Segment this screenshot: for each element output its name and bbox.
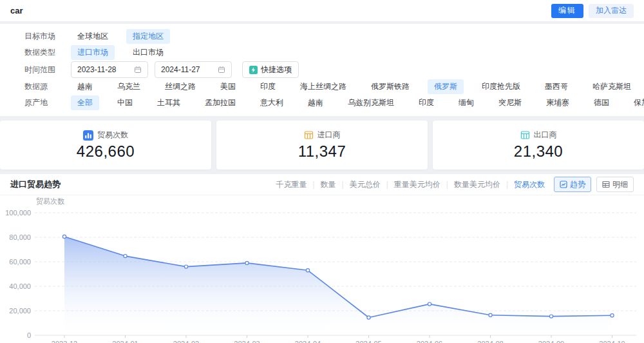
- data-point[interactable]: [367, 316, 370, 319]
- stat-value: 426,660: [77, 142, 135, 161]
- x-axis-tick: 2023-12: [52, 340, 77, 343]
- chart-header: 进口贸易趋势 千克重量|数量|美元总价|重量美元均价|数量美元均价|贸易次数 趋…: [0, 174, 644, 195]
- filter-option[interactable]: 墨西哥: [538, 79, 574, 94]
- edit-button[interactable]: 编辑: [551, 4, 583, 18]
- chart-tools: 千克重量|数量|美元总价|重量美元均价|数量美元均价|贸易次数 趋势 明细: [276, 177, 634, 192]
- filter-panel: 目标市场 全球地区指定地区 数据类型 进口市场出口市场 时间范围 2023-11…: [0, 24, 644, 116]
- stat-card-importers: 进口商 11,347: [216, 121, 428, 170]
- filter-option[interactable]: 乌兹别克斯坦: [341, 95, 401, 110]
- x-axis-tick: 2024-10: [599, 340, 625, 343]
- stat-card-trade-count: 贸易次数 426,660: [0, 121, 211, 170]
- filter-option[interactable]: 越南: [301, 95, 330, 110]
- filter-option[interactable]: 德国: [587, 95, 616, 110]
- filter-row-data-source: 数据源 越南乌克兰丝绸之路美国印度海上丝绸之路俄罗斯铁路俄罗斯印度抢先版墨西哥哈…: [0, 79, 644, 95]
- trend-view-label: 趋势: [570, 179, 585, 190]
- filter-option[interactable]: 丝绸之路: [158, 79, 202, 94]
- x-axis-tick: 2024-08: [477, 340, 503, 343]
- filter-option[interactable]: 印度抢先版: [475, 79, 527, 94]
- filter-label-data-source: 数据源: [24, 81, 62, 92]
- metric-separator: |: [386, 180, 388, 189]
- metric-option[interactable]: 重量美元均价: [394, 179, 440, 190]
- detail-view-label: 明细: [612, 179, 628, 190]
- filter-label-target-market: 目标市场: [24, 31, 62, 42]
- metric-option[interactable]: 数量美元均价: [454, 179, 500, 190]
- start-date-value: 2023-11-28: [77, 65, 117, 74]
- quick-options-button[interactable]: 快捷选项: [242, 61, 299, 78]
- quick-options-label: 快捷选项: [261, 64, 292, 75]
- metric-switcher: 千克重量|数量|美元总价|重量美元均价|数量美元均价|贸易次数: [276, 179, 545, 190]
- y-axis-tick: 40,000: [9, 282, 31, 290]
- data-point[interactable]: [124, 255, 127, 258]
- stat-value: 21,340: [514, 142, 563, 161]
- filter-option[interactable]: 哈萨克斯坦: [586, 79, 638, 94]
- detail-view-button[interactable]: 明细: [596, 177, 634, 192]
- filter-option[interactable]: 越南: [71, 79, 99, 94]
- target-market-options: 全球地区指定地区: [71, 29, 170, 44]
- filter-option[interactable]: 指定地区: [126, 29, 170, 44]
- x-axis-tick: 2024-04: [295, 340, 321, 343]
- filter-option[interactable]: 印度: [412, 95, 440, 110]
- data-point[interactable]: [306, 269, 309, 272]
- filter-option[interactable]: 中国: [111, 95, 139, 110]
- filter-option[interactable]: 俄罗斯: [428, 79, 464, 94]
- data-point[interactable]: [62, 235, 66, 238]
- end-date-input[interactable]: 2024-11-27: [155, 61, 232, 78]
- y-axis-tick: 0: [27, 331, 31, 339]
- filter-row-target-market: 目标市场 全球地区指定地区: [0, 28, 644, 44]
- stats-row: 贸易次数 426,660 进口商 11,347 出口商 21,340: [0, 121, 644, 170]
- data-point[interactable]: [428, 302, 431, 306]
- trend-view-button[interactable]: 趋势: [554, 177, 591, 192]
- importer-icon: [304, 130, 314, 140]
- filter-option[interactable]: 进口市场: [71, 45, 115, 60]
- topbar: car 编辑 加入雷达: [0, 0, 644, 21]
- filter-label-origin: 原产地: [24, 97, 62, 108]
- filter-row-origin: 原产地 全部中国土耳其孟加拉国意大利越南乌兹别克斯坦印度缅甸突尼斯柬埔寨德国保加…: [0, 95, 644, 111]
- metric-separator: |: [446, 180, 448, 189]
- y-axis-tick: 100,000: [5, 209, 31, 217]
- filter-option[interactable]: 全球地区: [71, 29, 115, 44]
- exporter-icon: [520, 130, 530, 140]
- filter-option[interactable]: 美国: [214, 79, 242, 94]
- x-axis-tick: 2024-02: [173, 340, 199, 343]
- metric-option[interactable]: 贸易次数: [514, 179, 545, 190]
- trend-icon: [560, 181, 567, 188]
- page-title: car: [10, 6, 23, 15]
- filter-option[interactable]: 全部: [71, 95, 99, 110]
- quick-options-icon: [249, 66, 258, 74]
- metric-option[interactable]: 数量: [321, 179, 336, 190]
- start-date-input[interactable]: 2023-11-28: [71, 61, 148, 78]
- data-point[interactable]: [611, 314, 614, 317]
- metric-option[interactable]: 美元总价: [350, 179, 381, 190]
- data-point[interactable]: [245, 261, 249, 264]
- y-axis-tick: 60,000: [9, 258, 31, 266]
- trend-chart: 020,00040,00060,00080,000100,000贸易次数2023…: [0, 195, 644, 343]
- filter-option[interactable]: 出口市场: [126, 45, 170, 60]
- filter-option[interactable]: 突尼斯: [492, 95, 528, 110]
- add-radar-button[interactable]: 加入雷达: [589, 4, 634, 18]
- data-point[interactable]: [184, 265, 187, 268]
- filter-option[interactable]: 意大利: [254, 95, 290, 110]
- x-axis-tick: 2024-05: [355, 340, 381, 343]
- bar-chart-icon: [83, 130, 93, 141]
- y-axis-tick: 80,000: [9, 233, 31, 241]
- origin-options: 全部中国土耳其孟加拉国意大利越南乌兹别克斯坦印度缅甸突尼斯柬埔寨德国保加利亚葡萄…: [71, 95, 644, 110]
- filter-option[interactable]: 柬埔寨: [540, 95, 576, 110]
- filter-option[interactable]: 保加利亚: [627, 95, 644, 110]
- filter-option[interactable]: 缅甸: [452, 95, 480, 110]
- filter-option[interactable]: 印度: [254, 79, 282, 94]
- filter-option[interactable]: 乌克兰: [111, 79, 147, 94]
- metric-separator: |: [312, 180, 314, 189]
- filter-option[interactable]: 俄罗斯铁路: [365, 79, 416, 94]
- stat-label: 进口商: [317, 130, 341, 141]
- calendar-icon: [218, 66, 225, 74]
- filter-option[interactable]: 海上丝绸之路: [294, 79, 353, 94]
- y-axis-tick: 20,000: [9, 307, 31, 315]
- data-point[interactable]: [489, 313, 492, 317]
- data-point[interactable]: [549, 315, 553, 318]
- metric-option[interactable]: 千克重量: [276, 179, 307, 190]
- stat-value: 11,347: [298, 142, 346, 161]
- filter-option[interactable]: 孟加拉国: [198, 95, 242, 110]
- trend-chart-panel: 进口贸易趋势 千克重量|数量|美元总价|重量美元均价|数量美元均价|贸易次数 趋…: [0, 174, 644, 343]
- stat-card-exporters: 出口商 21,340: [433, 121, 644, 170]
- filter-option[interactable]: 土耳其: [151, 95, 187, 110]
